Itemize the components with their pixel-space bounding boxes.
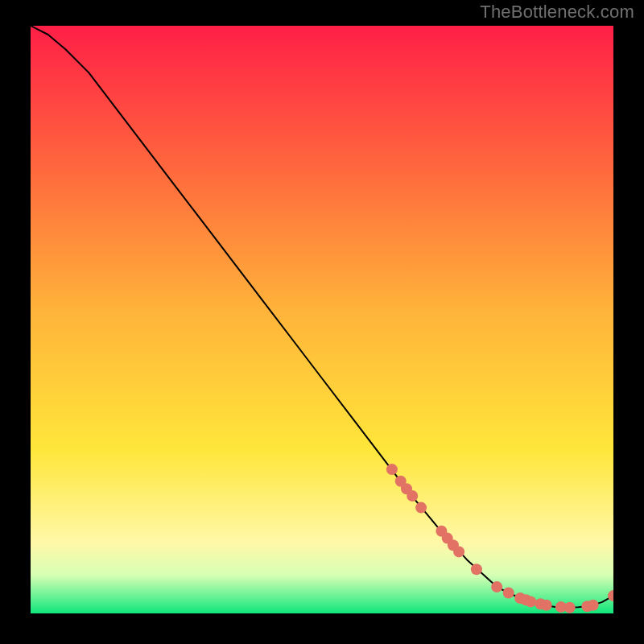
data-marker [564,602,576,613]
chart-svg [31,26,613,613]
data-marker [588,600,599,611]
data-marker [407,490,418,502]
data-marker [541,600,552,611]
plot-area [31,26,613,613]
data-marker [503,588,514,599]
data-marker [471,564,482,575]
data-marker [491,581,502,592]
chart-frame: TheBottleneck.com [0,0,644,644]
data-marker [453,546,464,557]
data-marker [415,502,427,514]
data-marker [525,596,536,607]
attribution-text: TheBottleneck.com [480,2,634,23]
svg-rect-0 [31,26,613,613]
data-marker [386,464,398,475]
